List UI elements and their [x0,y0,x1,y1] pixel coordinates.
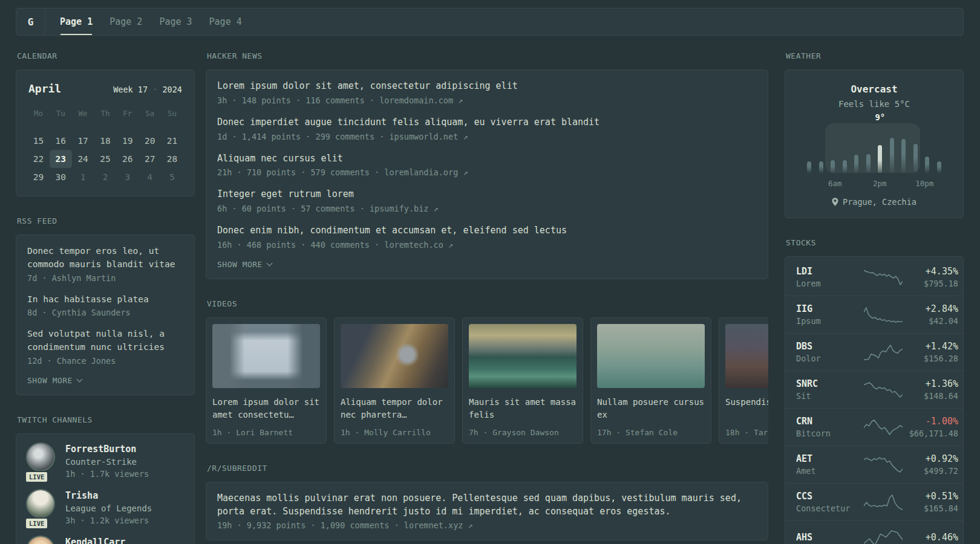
calendar-day: 30 [50,168,72,186]
video-title[interactable]: Lorem ipsum dolor sit amet consectetu… [212,396,320,423]
show-more-label: SHOW MORE [217,260,263,269]
hackernews-item-title[interactable]: Integer eget rutrum lorem [217,188,757,201]
hackernews-item-title[interactable]: Donec imperdiet augue tincidunt felis al… [217,116,757,129]
stock-sparkline [864,528,903,544]
rss-item: In hac habitasse platea 8d · Cynthia Sau… [27,293,183,318]
hackernews-item-meta: 3h · 148 points · 116 comments · loremdo… [217,96,757,105]
rss-section: RSS FEED Donec tempor eros leo, ut commo… [16,216,195,395]
page-tab[interactable]: Page 2 [109,8,142,35]
video-card[interactable]: Nullam posuere cursus ex 17h · Stefan Co… [590,317,711,444]
twitch-channel-row[interactable]: LIVE ForrestBurton Counter-Strike 1h · 1… [27,444,183,479]
twitch-channel-game: Counter-Strike [65,457,149,467]
calendar-weekday-row: MoTuWeThFrSaSu [27,104,183,123]
nav-divider [45,8,45,35]
stock-price: $66,171.48 [903,429,958,438]
stock-row[interactable]: SNRC Sit +1.36% $148.64 [785,371,963,408]
rss-item-title[interactable]: In hac habitasse platea [27,293,183,306]
subreddit-widget: Maecenas mollis pulvinar erat non posuer… [206,482,768,541]
stock-name: Amet [796,466,864,476]
stock-price: $499.72 [903,466,958,476]
stock-sparkline [864,268,903,287]
hackernews-item: Integer eget rutrum lorem 6h · 60 points… [217,188,757,213]
subreddit-post-title[interactable]: Maecenas mollis pulvinar erat non posuer… [217,492,757,519]
weather-bar [890,138,894,173]
calendar-week-year: Week 17 · 2024 [113,85,182,94]
rss-show-more-button[interactable]: SHOW MORE [27,376,183,385]
page-tabs: Page 1 Page 2 Page 3 Page 4 [60,8,259,35]
stock-values: +4.35% $795.18 [903,266,958,288]
stock-row[interactable]: LDI Lorem +4.35% $795.18 [785,259,963,296]
weather-chart: 9° 6am2pm10pm [803,116,945,189]
weather-section-title: WEATHER [786,51,964,60]
rss-item-title[interactable]: Sed volutpat nulla nisl, a condimentum n… [27,328,183,354]
subreddit-post-meta: 19h · 9,932 points · 1,090 comments · lo… [217,520,757,530]
stock-values: -1.00% $66,171.48 [903,416,958,438]
stock-values: +0.51% $165.84 [903,491,958,513]
left-column: CALENDAR April Week 17 · 2024 MoTuWeThFr… [16,51,195,544]
video-card[interactable]: Mauris sit amet massa felis 7h · Grayson… [462,317,583,444]
rss-section-title: RSS FEED [17,216,195,225]
calendar-day: 16 [50,132,72,150]
video-thumbnail[interactable] [341,324,448,388]
stock-ticker: AET [796,453,864,464]
hackernews-item-title[interactable]: Lorem ipsum dolor sit amet, consectetur … [217,80,757,93]
videos-row: Lorem ipsum dolor sit amet consectetu… 1… [206,317,768,444]
page-tab[interactable]: Page 3 [159,8,192,35]
calendar-weekday: Tu [50,104,72,123]
chevron-down-icon [267,260,273,266]
twitch-channel-info: Trisha League of Legends 3h · 1.2k viewe… [65,490,152,525]
video-thumbnail[interactable] [212,324,320,388]
video-title[interactable]: Suspendisse diam [725,396,768,423]
stock-row[interactable]: CCS Consectetur +0.51% $165.84 [785,483,963,520]
calendar-day: 15 [27,132,50,150]
video-thumbnail[interactable] [469,324,577,388]
twitch-channel-row[interactable]: LIVE Trisha League of Legends 3h · 1.2k … [27,490,183,525]
stock-change: +1.36% [903,378,958,389]
stock-change: +4.35% [903,266,958,277]
weather-bar [901,139,906,173]
calendar-day: 20 [139,132,161,150]
twitch-channel-info: KendallCarr [65,537,125,544]
stock-sparkline [864,418,903,437]
stock-row[interactable]: AET Amet +0.92% $499.72 [785,445,963,483]
video-card[interactable]: Lorem ipsum dolor sit amet consectetu… 1… [206,317,327,444]
dashboard-page: G Page 1 Page 2 Page 3 Page 4 CALENDAR A… [0,0,980,544]
twitch-section-title: TWITCH CHANNELS [17,415,195,424]
video-card[interactable]: Aliquam tempor dolor nec pharetra… 1h · … [334,317,455,444]
calendar-section: CALENDAR April Week 17 · 2024 MoTuWeThFr… [16,51,195,196]
stock-sparkline [864,455,903,474]
video-thumbnail[interactable] [725,324,768,388]
twitch-channel-info: ForrestBurton Counter-Strike 1h · 1.7k v… [65,444,149,479]
page-tab[interactable]: Page 4 [209,8,242,35]
video-title[interactable]: Nullam posuere cursus ex [597,396,705,423]
calendar-day: 19 [116,132,139,150]
stock-row[interactable]: IIG Ipsum +2.84% $42.04 [785,296,963,333]
weather-hour-label: 6am [828,179,842,188]
video-title[interactable]: Aliquam tempor dolor nec pharetra… [341,396,448,423]
page-tab[interactable]: Page 1 [60,8,93,35]
hackernews-item-meta: 16h · 468 points · 440 comments · loremt… [217,240,757,250]
twitch-channel-name[interactable]: Trisha [65,490,152,501]
hackernews-section-title: HACKER NEWS [207,51,768,60]
calendar-day: 2 [94,168,117,186]
stock-row[interactable]: DBS Dolor +1.42% $156.28 [785,333,963,371]
chevron-down-icon [77,376,83,382]
rss-item: Sed volutpat nulla nisl, a condimentum n… [27,328,183,366]
weather-bar [819,161,823,173]
calendar-day: 3 [116,168,139,186]
hackernews-item-title[interactable]: Aliquam nec cursus elit [217,152,757,166]
stock-row[interactable]: AHS +0.46% [785,520,963,544]
video-card[interactable]: Suspendisse diam 18h · Tara [719,317,768,444]
video-title[interactable]: Mauris sit amet massa felis [469,396,577,423]
twitch-channel-name[interactable]: KendallCarr [65,537,125,544]
twitch-channel-row[interactable]: KendallCarr [27,537,183,544]
stock-row[interactable]: CRN Bitcorn -1.00% $66,171.48 [785,408,963,445]
rss-item-title[interactable]: Donec tempor eros leo, ut commodo mauris… [27,245,183,271]
twitch-channel-name[interactable]: ForrestBurton [65,444,149,455]
hackernews-item-title[interactable]: Donec enim nibh, condimentum et accumsan… [217,224,757,238]
stocks-section: STOCKS LDI Lorem +4.35% $795. [785,238,964,544]
hackernews-show-more-button[interactable]: SHOW MORE [217,260,757,269]
video-thumbnail[interactable] [597,324,705,388]
stock-sparkline [864,305,903,325]
twitch-widget: LIVE ForrestBurton Counter-Strike 1h · 1… [16,433,195,544]
